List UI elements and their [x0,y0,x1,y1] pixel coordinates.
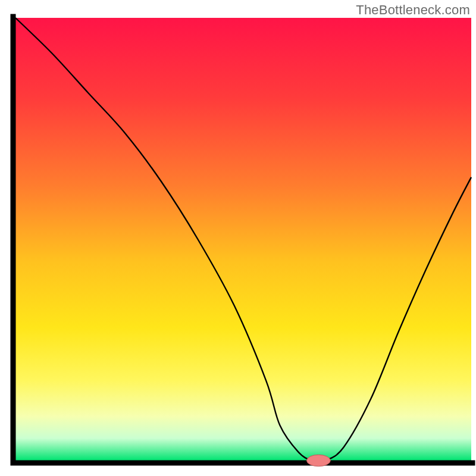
bottleneck-chart [0,0,476,476]
plot-gradient-background [15,18,471,461]
optimum-marker [306,455,330,466]
chart-container: TheBottleneck.com [0,0,476,476]
watermark-label: TheBottleneck.com [356,2,470,18]
